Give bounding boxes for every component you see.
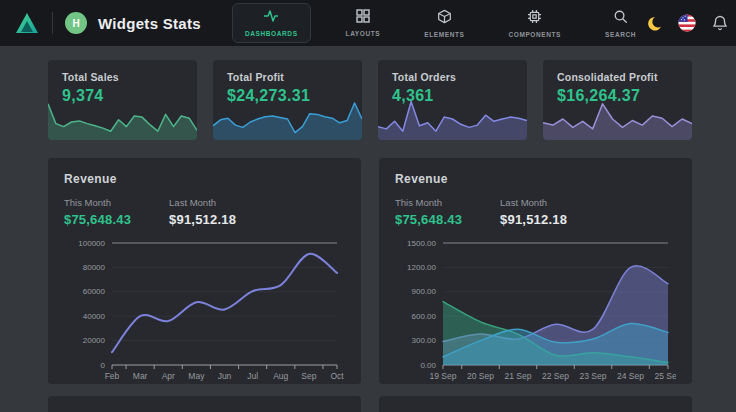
svg-text:1200.00: 1200.00 [407, 263, 436, 272]
card-title: Revenue [64, 172, 345, 186]
nav-item-components[interactable]: COMPONENTS [499, 3, 570, 44]
stat-label: Last Month [500, 197, 567, 208]
stat-label: This Month [395, 197, 462, 208]
revenue-card-daily: Revenue This Month $75,648.43 Last Month… [379, 158, 692, 384]
search-icon [613, 9, 628, 28]
activity-icon [263, 9, 279, 27]
svg-text:Feb: Feb [105, 371, 120, 381]
svg-text:Mar: Mar [133, 371, 148, 381]
stat-value: $75,648.43 [395, 212, 462, 227]
svg-text:19 Sep: 19 Sep [430, 371, 457, 381]
stat-card-total-profit: Total Profit $24,273.31 [213, 60, 362, 140]
last-month-stat: Last Month $91,512.18 [169, 197, 236, 227]
svg-text:100000: 100000 [78, 239, 105, 248]
svg-text:22 Sep: 22 Sep [542, 371, 569, 381]
svg-text:900.00: 900.00 [412, 287, 437, 296]
stat-card-title: Consolidated Profit [557, 71, 678, 83]
layout-grid-icon [356, 9, 370, 27]
svg-text:Oct: Oct [330, 371, 344, 381]
svg-text:1500.00: 1500.00 [407, 239, 436, 248]
stat-card-title: Total Profit [227, 71, 348, 83]
nav-item-layouts[interactable]: LAYOUTS [337, 3, 390, 43]
nav-item-label: COMPONENTS [508, 31, 561, 38]
box-icon [437, 9, 452, 28]
svg-text:23 Sep: 23 Sep [580, 371, 607, 381]
brand-logo-icon[interactable] [14, 10, 40, 36]
card-title: Revenue [395, 172, 676, 186]
svg-text:May: May [188, 371, 205, 381]
sparkline-chart [213, 96, 362, 140]
nav-item-label: SEARCH [605, 31, 636, 38]
svg-text:Jun: Jun [218, 371, 232, 381]
stat-label: Last Month [169, 197, 236, 208]
stat-card-total-sales: Total Sales 9,374 [48, 60, 197, 140]
svg-text:Aug: Aug [273, 371, 288, 381]
svg-text:20 Sep: 20 Sep [467, 371, 494, 381]
svg-text:Sep: Sep [301, 371, 316, 381]
main-nav: DASHBOARDS LAYOUTS ELEMENTS COMPONENTS S… [232, 3, 645, 44]
svg-text:0.00: 0.00 [420, 361, 436, 370]
navbar-divider [52, 12, 53, 34]
svg-text:300.00: 300.00 [412, 336, 437, 345]
bottom-cards-row [48, 396, 692, 412]
moon-icon[interactable] [645, 14, 663, 32]
this-month-stat: This Month $75,648.43 [64, 197, 131, 227]
svg-text:21 Sep: 21 Sep [505, 371, 532, 381]
svg-text:40000: 40000 [83, 312, 106, 321]
last-month-stat: Last Month $91,512.18 [500, 197, 567, 227]
svg-text:60000: 60000 [83, 287, 106, 296]
revenue-area-chart: 0.00300.00600.00900.001200.001500.0019 S… [395, 235, 676, 384]
sparkline-chart [378, 96, 527, 140]
page-title: Widgets Stats [98, 15, 201, 32]
dashboard-content: Total Sales 9,374 Total Profit $24,273.3… [0, 46, 736, 412]
stat-card-total-orders: Total Orders 4,361 [378, 60, 527, 140]
stat-label: This Month [64, 197, 131, 208]
svg-text:80000: 80000 [83, 263, 106, 272]
partial-card [48, 396, 361, 412]
nav-item-label: ELEMENTS [424, 31, 464, 38]
stat-card-title: Total Sales [62, 71, 183, 83]
nav-item-label: DASHBOARDS [245, 30, 298, 37]
svg-text:20000: 20000 [83, 336, 106, 345]
stat-card-consolidated-profit: Consolidated Profit $16,264.37 [543, 60, 692, 140]
nav-item-search[interactable]: SEARCH [596, 3, 645, 44]
bell-icon[interactable] [711, 14, 729, 32]
this-month-stat: This Month $75,648.43 [395, 197, 462, 227]
sparkline-chart [543, 96, 692, 140]
cpu-icon [527, 9, 542, 28]
stat-value: $75,648.43 [64, 212, 131, 227]
svg-text:25 Sep: 25 Sep [655, 371, 676, 381]
svg-text:600.00: 600.00 [412, 312, 437, 321]
revenue-cards-row: Revenue This Month $75,648.43 Last Month… [48, 158, 692, 384]
nav-item-elements[interactable]: ELEMENTS [415, 3, 473, 44]
nav-item-dashboards[interactable]: DASHBOARDS [232, 3, 311, 43]
topbar-actions [645, 10, 736, 36]
stat-card-title: Total Orders [392, 71, 513, 83]
svg-text:0: 0 [101, 361, 106, 370]
revenue-card-monthly: Revenue This Month $75,648.43 Last Month… [48, 158, 361, 384]
stat-value: $91,512.18 [500, 212, 567, 227]
sparkline-chart [48, 96, 197, 140]
partial-card [379, 396, 692, 412]
top-navbar: H Widgets Stats DASHBOARDS LAYOUTS ELEME… [0, 0, 736, 46]
stat-value: $91,512.18 [169, 212, 236, 227]
svg-text:Jul: Jul [247, 371, 258, 381]
brand-area: H Widgets Stats [14, 10, 232, 36]
revenue-stats: This Month $75,648.43 Last Month $91,512… [64, 197, 345, 227]
nav-item-label: LAYOUTS [346, 30, 381, 37]
us-flag-icon[interactable] [678, 14, 696, 32]
svg-text:Apr: Apr [162, 371, 175, 381]
svg-text:24 Sep: 24 Sep [617, 371, 644, 381]
stat-cards-row: Total Sales 9,374 Total Profit $24,273.3… [48, 60, 692, 140]
revenue-stats: This Month $75,648.43 Last Month $91,512… [395, 197, 676, 227]
workspace-badge[interactable]: H [65, 12, 87, 34]
revenue-line-chart: 020000400006000080000100000FebMarAprMayJ… [64, 235, 345, 384]
